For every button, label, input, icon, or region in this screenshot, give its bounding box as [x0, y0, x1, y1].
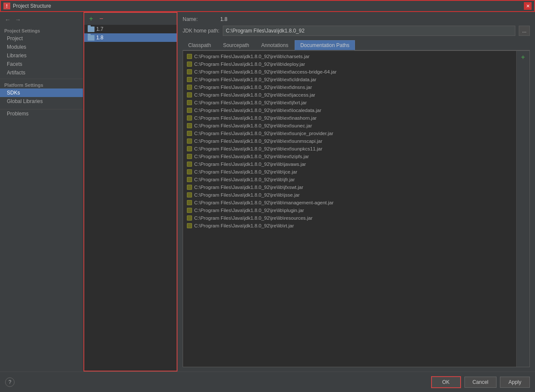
- cancel-button[interactable]: Cancel: [464, 377, 497, 388]
- jdk-browse-button[interactable]: ...: [519, 26, 530, 36]
- jdk-path-input[interactable]: [223, 26, 515, 36]
- sidebar: ← → Project Settings Project Modules Lib…: [0, 12, 83, 371]
- jar-icon: [186, 138, 192, 144]
- jdk-row: JDK home path: ...: [183, 26, 530, 36]
- title-bar: ! Project Structure ✕: [0, 0, 535, 12]
- sidebar-nav: ← →: [0, 14, 83, 26]
- help-button[interactable]: ?: [5, 377, 15, 387]
- classpath-item-path: C:\Program Files\Java\jdk1.8.0_92\jre\li…: [194, 54, 310, 59]
- classpath-item-path: C:\Program Files\Java\jdk1.8.0_92\jre\li…: [194, 85, 312, 90]
- add-path-button[interactable]: +: [518, 53, 528, 62]
- sidebar-item-libraries[interactable]: Libraries: [0, 51, 83, 60]
- classpath-item[interactable]: C:\Program Files\Java\jdk1.8.0_92\jre\li…: [183, 137, 516, 145]
- classpath-list: C:\Program Files\Java\jdk1.8.0_92\jre\li…: [183, 51, 516, 367]
- sidebar-item-artifacts[interactable]: Artifacts: [0, 68, 83, 77]
- classpath-item[interactable]: C:\Program Files\Java\jdk1.8.0_92\jre\li…: [183, 214, 516, 222]
- jar-icon: [186, 184, 192, 190]
- classpath-item[interactable]: C:\Program Files\Java\jdk1.8.0_92\jre\li…: [183, 122, 516, 130]
- classpath-item[interactable]: C:\Program Files\Java\jdk1.8.0_92\jre\li…: [183, 99, 516, 106]
- tab-documentation-paths[interactable]: Documentation Paths: [295, 40, 355, 50]
- jar-icon: [186, 100, 192, 106]
- classpath-item[interactable]: C:\Program Files\Java\jdk1.8.0_92\jre\li…: [183, 60, 516, 68]
- classpath-item[interactable]: C:\Program Files\Java\jdk1.8.0_92\jre\li…: [183, 160, 516, 168]
- name-row: Name:: [183, 16, 530, 22]
- jar-icon: [186, 169, 192, 175]
- jdk-label: JDK home path:: [183, 28, 219, 34]
- right-panel: Name: JDK home path: ... Classpath Sourc…: [177, 12, 535, 371]
- classpath-item[interactable]: C:\Program Files\Java\jdk1.8.0_92\jre\li…: [183, 191, 516, 199]
- add-sdk-button[interactable]: +: [87, 15, 95, 23]
- tab-classpath[interactable]: Classpath: [183, 40, 216, 50]
- classpath-item[interactable]: C:\Program Files\Java\jdk1.8.0_92\jre\li…: [183, 145, 516, 153]
- folder-icon: [88, 35, 95, 41]
- sidebar-item-facets[interactable]: Facets: [0, 60, 83, 68]
- jar-icon: [186, 192, 192, 198]
- classpath-item[interactable]: C:\Program Files\Java\jdk1.8.0_92\jre\li…: [183, 83, 516, 91]
- tabs-bar: Classpath Sourcepath Annotations Documen…: [183, 40, 530, 50]
- classpath-item[interactable]: C:\Program Files\Java\jdk1.8.0_92\jre\li…: [183, 130, 516, 137]
- ok-button[interactable]: OK: [431, 376, 461, 388]
- close-button[interactable]: ✕: [524, 2, 532, 10]
- nav-forward-button[interactable]: →: [14, 15, 22, 24]
- sdk-item-1.7[interactable]: 1.7: [84, 25, 177, 33]
- sdk-item-1.8[interactable]: 1.8: [84, 33, 177, 42]
- classpath-item[interactable]: C:\Program Files\Java\jdk1.8.0_92\jre\li…: [183, 106, 516, 114]
- classpath-item-path: C:\Program Files\Java\jdk1.8.0_92\jre\li…: [194, 69, 337, 74]
- sidebar-item-project[interactable]: Project: [0, 34, 83, 43]
- classpath-item-path: C:\Program Files\Java\jdk1.8.0_92\jre\li…: [194, 177, 295, 182]
- jar-icon: [186, 92, 192, 98]
- jar-icon: [186, 223, 192, 229]
- jar-icon: [186, 146, 192, 152]
- sidebar-item-global-libraries[interactable]: Global Libraries: [0, 97, 83, 106]
- classpath-item-path: C:\Program Files\Java\jdk1.8.0_92\jre\li…: [194, 200, 334, 205]
- classpath-item-path: C:\Program Files\Java\jdk1.8.0_92\jre\li…: [194, 100, 307, 105]
- name-input[interactable]: [220, 16, 284, 22]
- classpath-item[interactable]: C:\Program Files\Java\jdk1.8.0_92\jre\li…: [183, 76, 516, 83]
- classpath-item[interactable]: C:\Program Files\Java\jdk1.8.0_92\jre\li…: [183, 68, 516, 76]
- classpath-item[interactable]: C:\Program Files\Java\jdk1.8.0_92\jre\li…: [183, 153, 516, 160]
- classpath-item-path: C:\Program Files\Java\jdk1.8.0_92\jre\li…: [194, 208, 304, 213]
- classpath-item-path: C:\Program Files\Java\jdk1.8.0_92\jre\li…: [194, 146, 322, 151]
- classpath-item-path: C:\Program Files\Java\jdk1.8.0_92\jre\li…: [194, 185, 303, 190]
- nav-back-button[interactable]: ←: [3, 15, 12, 24]
- classpath-item-path: C:\Program Files\Java\jdk1.8.0_92\jre\li…: [194, 223, 294, 228]
- classpath-side-buttons: +: [516, 51, 529, 367]
- classpath-item[interactable]: C:\Program Files\Java\jdk1.8.0_92\jre\li…: [183, 183, 516, 191]
- window-title: Project Structure: [13, 3, 524, 9]
- main-content: ← → Project Settings Project Modules Lib…: [0, 12, 535, 371]
- folder-icon: [88, 27, 95, 32]
- classpath-item-path: C:\Program Files\Java\jdk1.8.0_92\jre\li…: [194, 192, 300, 197]
- sidebar-item-sdks[interactable]: SDKs: [0, 88, 83, 97]
- jar-icon: [186, 200, 192, 206]
- classpath-item[interactable]: C:\Program Files\Java\jdk1.8.0_92\jre\li…: [183, 53, 516, 60]
- tab-annotations[interactable]: Annotations: [256, 40, 294, 50]
- jar-icon: [186, 153, 192, 159]
- classpath-item-path: C:\Program Files\Java\jdk1.8.0_92\jre\li…: [194, 92, 315, 97]
- remove-sdk-button[interactable]: −: [97, 15, 106, 23]
- classpath-item[interactable]: C:\Program Files\Java\jdk1.8.0_92\jre\li…: [183, 114, 516, 122]
- classpath-item[interactable]: C:\Program Files\Java\jdk1.8.0_92\jre\li…: [183, 176, 516, 183]
- sdk-list: 1.7 1.8: [84, 25, 177, 371]
- classpath-item[interactable]: C:\Program Files\Java\jdk1.8.0_92\jre\li…: [183, 206, 516, 214]
- classpath-item[interactable]: C:\Program Files\Java\jdk1.8.0_92\jre\li…: [183, 199, 516, 206]
- jar-icon: [186, 107, 192, 113]
- sidebar-item-modules[interactable]: Modules: [0, 43, 83, 51]
- classpath-item-path: C:\Program Files\Java\jdk1.8.0_92\jre\li…: [194, 77, 316, 82]
- tab-sourcepath[interactable]: Sourcepath: [217, 40, 254, 50]
- classpath-item-path: C:\Program Files\Java\jdk1.8.0_92\jre\li…: [194, 162, 306, 167]
- jar-icon: [186, 177, 192, 183]
- classpath-item[interactable]: C:\Program Files\Java\jdk1.8.0_92\jre\li…: [183, 168, 516, 176]
- classpath-item-path: C:\Program Files\Java\jdk1.8.0_92\jre\li…: [194, 215, 313, 221]
- jar-icon: [186, 77, 192, 83]
- apply-button[interactable]: Apply: [500, 377, 530, 388]
- classpath-item[interactable]: C:\Program Files\Java\jdk1.8.0_92\jre\li…: [183, 222, 516, 230]
- jar-icon: [186, 161, 192, 167]
- jar-icon: [186, 53, 192, 59]
- classpath-item[interactable]: C:\Program Files\Java\jdk1.8.0_92\jre\li…: [183, 91, 516, 99]
- sdk-panel: + − 1.7 1.8: [83, 12, 177, 371]
- classpath-item-path: C:\Program Files\Java\jdk1.8.0_92\jre\li…: [194, 62, 305, 67]
- classpath-area: C:\Program Files\Java\jdk1.8.0_92\jre\li…: [183, 50, 530, 367]
- sidebar-item-problems[interactable]: Problems: [0, 109, 83, 118]
- classpath-item-path: C:\Program Files\Java\jdk1.8.0_92\jre\li…: [194, 139, 322, 144]
- jar-icon: [186, 61, 192, 67]
